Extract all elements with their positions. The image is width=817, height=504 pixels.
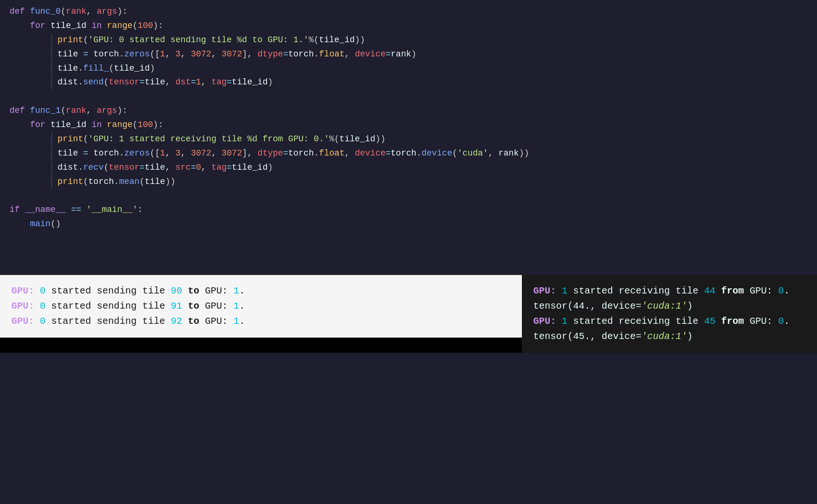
- output1-line-3: GPU: 0 started sending tile 92 to GPU: 1…: [11, 314, 511, 329]
- output-panel-1: GPU: 0 started sending tile 90 to GPU: 1…: [0, 275, 522, 338]
- output1-line-1: GPU: 0 started sending tile 90 to GPU: 1…: [11, 284, 511, 299]
- code-line-4: tile = torch.zeros([1, 3, 3072, 3072], d…: [0, 47, 817, 62]
- code-line-6: dist.send(tensor=tile, dst=1, tag=tile_i…: [0, 75, 817, 90]
- output2-line-3: GPU: 1 started receiving tile 45 from GP…: [533, 314, 806, 329]
- code-line-7: def func_1(rank, args):: [0, 104, 817, 118]
- output2-line-2: tensor(44., device='cuda:1'): [533, 299, 806, 314]
- output-panel-2: GPU: 1 started receiving tile 44 from GP…: [522, 275, 817, 353]
- code-line-14: main(): [0, 217, 817, 231]
- code-line-9: print('GPU: 1 started receiving tile %d …: [0, 132, 817, 147]
- code-line-12: print(torch.mean(tile)): [0, 175, 817, 189]
- code-line-blank2: [0, 189, 817, 203]
- code-line-blank1: [0, 90, 817, 104]
- code-line-1: def func_0(rank, args):: [0, 5, 817, 19]
- code-line-8: for tile_id in range(100):: [0, 118, 817, 132]
- code-line-2: for tile_id in range(100):: [0, 19, 817, 33]
- output2-line-4: tensor(45., device='cuda:1'): [533, 329, 806, 344]
- output2-line-1: GPU: 1 started receiving tile 44 from GP…: [533, 284, 806, 299]
- code-line-3: print('GPU: 0 started sending tile %d to…: [0, 33, 817, 47]
- code-line-5: tile.fill_(tile_id): [0, 62, 817, 76]
- code-line-13: if __name__ == '__main__':: [0, 203, 817, 217]
- code-editor: def func_0(rank, args): for tile_id in r…: [0, 0, 817, 275]
- code-line-11: dist.recv(tensor=tile, src=0, tag=tile_i…: [0, 161, 817, 175]
- output-section: GPU: 0 started sending tile 90 to GPU: 1…: [0, 275, 817, 353]
- output1-line-2: GPU: 0 started sending tile 91 to GPU: 1…: [11, 299, 511, 314]
- code-line-10: tile = torch.zeros([1, 3, 3072, 3072], d…: [0, 147, 817, 161]
